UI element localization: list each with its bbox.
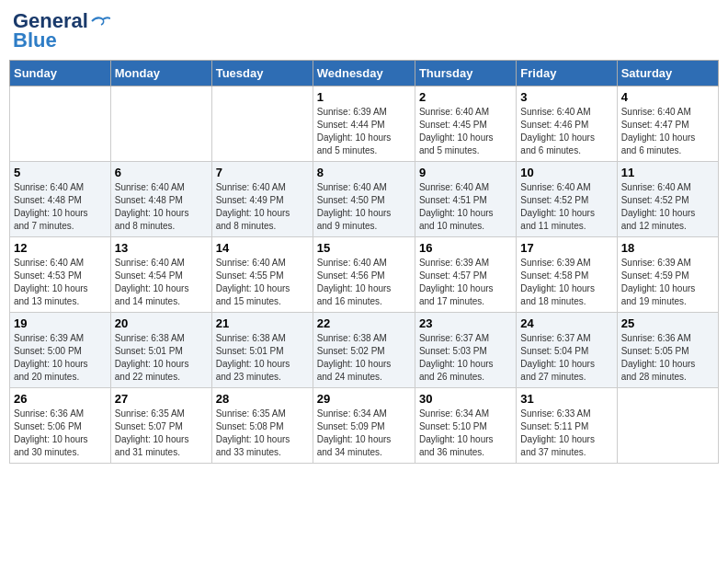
day-info: Sunrise: 6:40 AM Sunset: 4:51 PM Dayligh… [419, 181, 512, 233]
calendar-cell: 1Sunrise: 6:39 AM Sunset: 4:44 PM Daylig… [313, 86, 415, 161]
day-info: Sunrise: 6:40 AM Sunset: 4:49 PM Dayligh… [216, 181, 309, 233]
day-info: Sunrise: 6:40 AM Sunset: 4:48 PM Dayligh… [115, 181, 208, 233]
calendar-cell: 3Sunrise: 6:40 AM Sunset: 4:46 PM Daylig… [517, 86, 617, 161]
calendar-cell: 14Sunrise: 6:40 AM Sunset: 4:55 PM Dayli… [211, 236, 313, 312]
day-number: 5 [14, 166, 107, 179]
calendar-cell: 16Sunrise: 6:39 AM Sunset: 4:57 PM Dayli… [415, 236, 516, 312]
day-info: Sunrise: 6:39 AM Sunset: 4:57 PM Dayligh… [419, 257, 512, 308]
day-info: Sunrise: 6:39 AM Sunset: 5:00 PM Dayligh… [14, 332, 107, 384]
calendar-cell: 20Sunrise: 6:38 AM Sunset: 5:01 PM Dayli… [110, 312, 211, 387]
calendar-cell: 27Sunrise: 6:35 AM Sunset: 5:07 PM Dayli… [110, 387, 211, 463]
day-info: Sunrise: 6:40 AM Sunset: 4:56 PM Dayligh… [317, 257, 411, 308]
calendar-table: SundayMondayTuesdayWednesdayThursdayFrid… [9, 60, 719, 464]
calendar-cell: 22Sunrise: 6:38 AM Sunset: 5:02 PM Dayli… [313, 312, 415, 387]
day-number: 19 [14, 316, 107, 330]
day-number: 24 [520, 316, 612, 330]
calendar-cell [110, 86, 211, 161]
day-info: Sunrise: 6:38 AM Sunset: 5:01 PM Dayligh… [216, 332, 309, 384]
day-info: Sunrise: 6:40 AM Sunset: 4:50 PM Dayligh… [317, 181, 411, 233]
calendar-cell: 15Sunrise: 6:40 AM Sunset: 4:56 PM Dayli… [313, 236, 415, 312]
weekday-header-monday: Monday [110, 60, 211, 86]
day-number: 23 [419, 316, 512, 330]
logo-blue: Blue [13, 29, 57, 52]
day-number: 21 [216, 316, 309, 330]
day-number: 7 [216, 166, 309, 179]
calendar-cell: 17Sunrise: 6:39 AM Sunset: 4:58 PM Dayli… [517, 236, 617, 312]
day-number: 11 [621, 166, 714, 179]
calendar-cell: 23Sunrise: 6:37 AM Sunset: 5:03 PM Dayli… [415, 312, 516, 387]
day-number: 15 [317, 241, 411, 255]
day-number: 22 [317, 316, 411, 330]
day-info: Sunrise: 6:37 AM Sunset: 5:03 PM Dayligh… [419, 332, 512, 384]
calendar-cell: 6Sunrise: 6:40 AM Sunset: 4:48 PM Daylig… [110, 161, 211, 236]
day-info: Sunrise: 6:35 AM Sunset: 5:08 PM Dayligh… [216, 408, 309, 459]
day-number: 1 [317, 90, 411, 104]
day-info: Sunrise: 6:40 AM Sunset: 4:47 PM Dayligh… [621, 106, 714, 157]
weekday-header-thursday: Thursday [415, 60, 516, 86]
day-info: Sunrise: 6:36 AM Sunset: 5:05 PM Dayligh… [621, 332, 714, 384]
day-number: 31 [520, 392, 612, 406]
day-number: 2 [419, 90, 512, 104]
calendar-cell: 29Sunrise: 6:34 AM Sunset: 5:09 PM Dayli… [313, 387, 415, 463]
calendar-week-5: 26Sunrise: 6:36 AM Sunset: 5:06 PM Dayli… [10, 387, 719, 463]
calendar-cell [10, 86, 111, 161]
day-number: 18 [621, 241, 714, 255]
day-number: 8 [317, 166, 411, 179]
day-info: Sunrise: 6:39 AM Sunset: 4:59 PM Dayligh… [621, 257, 714, 308]
calendar-cell: 2Sunrise: 6:40 AM Sunset: 4:45 PM Daylig… [415, 86, 516, 161]
calendar-week-2: 5Sunrise: 6:40 AM Sunset: 4:48 PM Daylig… [10, 161, 719, 236]
day-number: 3 [520, 90, 612, 104]
day-info: Sunrise: 6:40 AM Sunset: 4:45 PM Dayligh… [419, 106, 512, 157]
calendar-cell [211, 86, 313, 161]
calendar-week-1: 1Sunrise: 6:39 AM Sunset: 4:44 PM Daylig… [10, 86, 719, 161]
day-info: Sunrise: 6:34 AM Sunset: 5:09 PM Dayligh… [317, 408, 411, 459]
weekday-header-sunday: Sunday [10, 60, 111, 86]
calendar-cell: 9Sunrise: 6:40 AM Sunset: 4:51 PM Daylig… [415, 161, 516, 236]
day-info: Sunrise: 6:39 AM Sunset: 4:44 PM Dayligh… [317, 106, 411, 157]
calendar-cell: 19Sunrise: 6:39 AM Sunset: 5:00 PM Dayli… [10, 312, 111, 387]
calendar-header-row: SundayMondayTuesdayWednesdayThursdayFrid… [10, 60, 719, 86]
day-info: Sunrise: 6:40 AM Sunset: 4:54 PM Dayligh… [115, 257, 208, 308]
calendar-cell: 12Sunrise: 6:40 AM Sunset: 4:53 PM Dayli… [10, 236, 111, 312]
calendar-cell: 24Sunrise: 6:37 AM Sunset: 5:04 PM Dayli… [517, 312, 617, 387]
day-number: 17 [520, 241, 612, 255]
day-info: Sunrise: 6:39 AM Sunset: 4:58 PM Dayligh… [520, 257, 612, 308]
day-info: Sunrise: 6:40 AM Sunset: 4:46 PM Dayligh… [520, 106, 612, 157]
logo-bird-icon [90, 14, 110, 29]
weekday-header-saturday: Saturday [617, 60, 718, 86]
day-number: 6 [115, 166, 208, 179]
day-number: 9 [419, 166, 512, 179]
weekday-header-friday: Friday [517, 60, 617, 86]
calendar-cell: 11Sunrise: 6:40 AM Sunset: 4:52 PM Dayli… [617, 161, 718, 236]
day-info: Sunrise: 6:34 AM Sunset: 5:10 PM Dayligh… [419, 408, 512, 459]
day-info: Sunrise: 6:33 AM Sunset: 5:11 PM Dayligh… [520, 408, 612, 459]
page-header: General Blue [9, 9, 719, 52]
calendar-cell: 5Sunrise: 6:40 AM Sunset: 4:48 PM Daylig… [10, 161, 111, 236]
calendar-cell: 26Sunrise: 6:36 AM Sunset: 5:06 PM Dayli… [10, 387, 111, 463]
day-number: 30 [419, 392, 512, 406]
weekday-header-tuesday: Tuesday [211, 60, 313, 86]
calendar-week-4: 19Sunrise: 6:39 AM Sunset: 5:00 PM Dayli… [10, 312, 719, 387]
day-number: 13 [115, 241, 208, 255]
day-number: 20 [115, 316, 208, 330]
day-info: Sunrise: 6:38 AM Sunset: 5:02 PM Dayligh… [317, 332, 411, 384]
day-number: 25 [621, 316, 714, 330]
day-info: Sunrise: 6:36 AM Sunset: 5:06 PM Dayligh… [14, 408, 107, 459]
day-number: 27 [115, 392, 208, 406]
calendar-cell: 4Sunrise: 6:40 AM Sunset: 4:47 PM Daylig… [617, 86, 718, 161]
calendar-cell [617, 387, 718, 463]
day-info: Sunrise: 6:40 AM Sunset: 4:52 PM Dayligh… [520, 181, 612, 233]
day-info: Sunrise: 6:37 AM Sunset: 5:04 PM Dayligh… [520, 332, 612, 384]
day-info: Sunrise: 6:40 AM Sunset: 4:55 PM Dayligh… [216, 257, 309, 308]
calendar-cell: 21Sunrise: 6:38 AM Sunset: 5:01 PM Dayli… [211, 312, 313, 387]
calendar-cell: 10Sunrise: 6:40 AM Sunset: 4:52 PM Dayli… [517, 161, 617, 236]
calendar-cell: 31Sunrise: 6:33 AM Sunset: 5:11 PM Dayli… [517, 387, 617, 463]
day-number: 4 [621, 90, 714, 104]
day-info: Sunrise: 6:35 AM Sunset: 5:07 PM Dayligh… [115, 408, 208, 459]
weekday-header-wednesday: Wednesday [313, 60, 415, 86]
day-number: 14 [216, 241, 309, 255]
day-info: Sunrise: 6:40 AM Sunset: 4:53 PM Dayligh… [14, 257, 107, 308]
calendar-week-3: 12Sunrise: 6:40 AM Sunset: 4:53 PM Dayli… [10, 236, 719, 312]
day-info: Sunrise: 6:40 AM Sunset: 4:48 PM Dayligh… [14, 181, 107, 233]
calendar-cell: 30Sunrise: 6:34 AM Sunset: 5:10 PM Dayli… [415, 387, 516, 463]
